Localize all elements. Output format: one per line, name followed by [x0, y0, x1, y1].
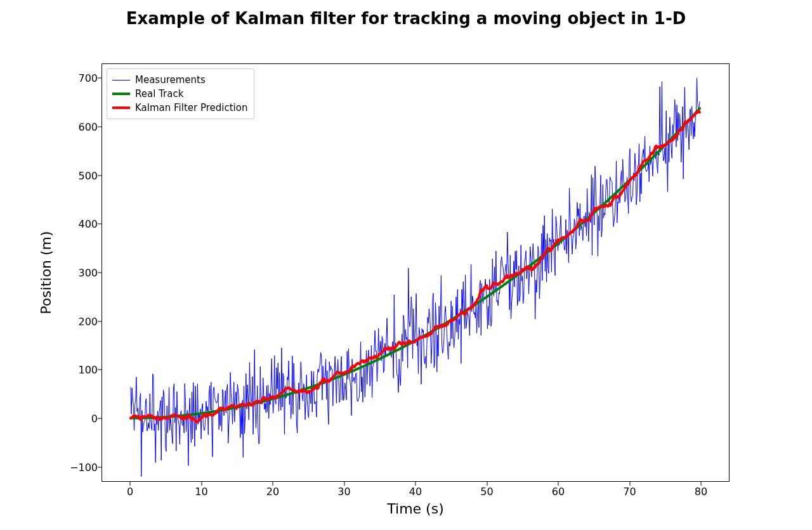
xtick-label: 40 — [409, 486, 422, 498]
xtick-label: 70 — [623, 486, 636, 498]
ytick-label: 700 — [66, 72, 98, 84]
chart-container: Example of Kalman filter for tracking a … — [0, 0, 812, 530]
ytick-label: 600 — [66, 120, 98, 132]
ytick-label: 500 — [66, 169, 98, 181]
xtick-label: 20 — [266, 486, 279, 498]
ytick-label: 100 — [66, 364, 98, 376]
legend-label-measurements: Measurements — [135, 74, 206, 86]
ytick-mark — [98, 224, 102, 224]
xtick-label: 0 — [127, 486, 133, 498]
xtick-label: 80 — [695, 486, 707, 498]
xtick-label: 60 — [552, 486, 565, 498]
series-measurements — [131, 78, 700, 477]
ytick-label: 400 — [66, 218, 98, 230]
legend-swatch-real — [112, 93, 130, 95]
legend-swatch-kalman — [112, 107, 130, 109]
series-svg — [102, 64, 729, 481]
xtick-label: 30 — [337, 486, 350, 498]
chart-title: Example of Kalman filter for tracking a … — [0, 9, 812, 28]
ytick-label: 0 — [66, 413, 98, 425]
y-axis-label: Position (m) — [38, 63, 57, 482]
legend-label-kalman: Kalman Filter Prediction — [135, 102, 247, 113]
legend-label-real: Real Track — [135, 88, 183, 100]
legend-entry-measurements: Measurements — [112, 73, 247, 87]
ytick-mark — [98, 418, 102, 419]
ytick-mark — [98, 126, 102, 127]
ytick-mark — [98, 321, 102, 321]
ytick-label: 300 — [66, 267, 98, 279]
xtick-label: 10 — [195, 486, 207, 498]
legend-entry-real: Real Track — [112, 87, 247, 101]
ytick-mark — [98, 175, 102, 176]
ytick-mark — [98, 370, 102, 370]
xtick-label: 50 — [480, 486, 493, 498]
legend: Measurements Real Track Kalman Filter Pr… — [107, 68, 254, 119]
ytick-mark — [98, 78, 102, 79]
ytick-mark — [98, 467, 102, 467]
series-real-track — [131, 108, 700, 418]
legend-swatch-measurements — [112, 80, 130, 81]
ytick-mark — [98, 273, 102, 273]
ytick-label: −100 — [66, 461, 98, 473]
plot-area — [102, 63, 730, 482]
legend-entry-kalman: Kalman Filter Prediction — [112, 101, 247, 115]
x-axis-label: Time (s) — [102, 501, 730, 517]
ytick-label: 200 — [66, 315, 98, 327]
series-kalman-prediction — [131, 111, 700, 422]
